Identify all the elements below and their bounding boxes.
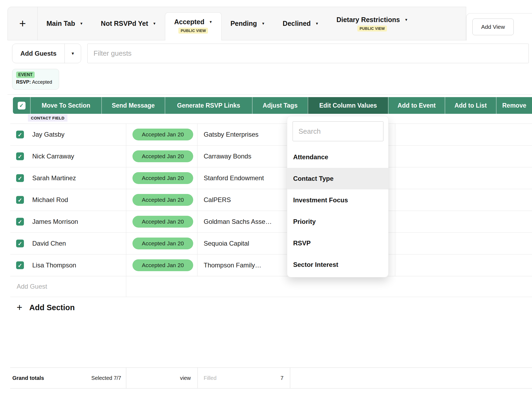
column-divider <box>290 368 290 388</box>
plus-icon: + <box>19 17 26 30</box>
table-row[interactable]: ✓ Jay Gatsby Accepted Jan 20 Gatsby Ente… <box>10 123 532 145</box>
chevron-down-icon: ▼ <box>80 22 83 26</box>
rsvp-status-badge: Accepted Jan 20 <box>132 238 193 249</box>
add-guests-split-button: Add Guests ▼ <box>12 44 81 63</box>
menu-item-rsvp[interactable]: RSVP <box>287 232 388 254</box>
table-row[interactable]: ✓ James Morrison Accepted Jan 20 Goldman… <box>10 211 532 232</box>
row-checkbox[interactable]: ✓ <box>16 261 24 269</box>
guest-name: James Morrison <box>32 218 78 225</box>
view-tab-bar: + Main Tab ▼ Not RSVPd Yet ▼ Accepted ▼ … <box>8 7 466 40</box>
event-tag: EVENT <box>16 72 35 78</box>
rsvp-status-badge: Accepted Jan 20 <box>132 259 193 271</box>
add-view-button[interactable]: Add View <box>472 19 514 35</box>
guest-company: Thompson Family… <box>204 261 261 269</box>
tab-main-tab[interactable]: Main Tab ▼ <box>38 7 92 40</box>
add-guests-button[interactable]: Add Guests <box>12 44 65 63</box>
adjust-tags-button[interactable]: Adjust Tags <box>252 97 308 114</box>
tab-not-rsvpd-yet[interactable]: Not RSVPd Yet ▼ <box>92 7 165 40</box>
filled-count: 7 <box>252 368 283 388</box>
selected-count: Selected 7/7 <box>10 368 121 388</box>
add-to-event-button[interactable]: Add to Event <box>388 97 445 114</box>
row-checkbox[interactable]: ✓ <box>16 240 24 247</box>
filled-label: Filled <box>204 368 217 388</box>
bulk-actions-toolbar: ✓ Move To Section Send Message Generate … <box>13 97 532 114</box>
add-view-panel: Add View <box>466 13 532 41</box>
add-guest-row[interactable]: Add Guest <box>10 276 532 297</box>
add-guest-placeholder: Add Guest <box>17 283 47 290</box>
rsvp-status-badge: Accepted Jan 20 <box>132 172 193 184</box>
table-row[interactable]: ✓ Nick Carraway Accepted Jan 20 Carraway… <box>10 145 532 167</box>
guest-list-page: + Main Tab ▼ Not RSVPd Yet ▼ Accepted ▼ … <box>0 0 532 396</box>
plus-icon: + <box>17 302 22 313</box>
guest-name: Michael Rod <box>32 196 68 204</box>
add-section-label: Add Section <box>29 303 75 312</box>
tab-label: Accepted <box>174 18 204 26</box>
select-all-checkbox[interactable]: ✓ <box>18 102 26 109</box>
guest-company: Gatsby Enterprises <box>204 131 258 138</box>
menu-item-attendance[interactable]: Attendance <box>287 146 388 168</box>
guest-name: Nick Carraway <box>32 153 74 160</box>
tab-dietary-restrictions[interactable]: Dietary Restrictions ▼ PUBLIC VIEW <box>328 7 417 40</box>
table-row[interactable]: ✓ David Chen Accepted Jan 20 Sequoia Cap… <box>10 232 532 254</box>
column-picker-dropdown: Attendance Contact Type Investment Focus… <box>287 116 389 277</box>
menu-item-contact-type[interactable]: Contact Type <box>287 168 388 189</box>
public-view-badge: PUBLIC VIEW <box>357 26 387 31</box>
check-icon: ✓ <box>18 197 22 203</box>
chevron-down-icon: ▼ <box>153 22 156 26</box>
menu-item-sector-interest[interactable]: Sector Interest <box>287 254 388 275</box>
guest-name: David Chen <box>32 240 66 247</box>
add-section-button[interactable]: + Add Section <box>17 300 75 315</box>
tab-declined[interactable]: Declined ▼ <box>274 7 328 40</box>
edit-column-values-button[interactable]: Edit Column Values <box>308 97 388 114</box>
guest-company: Carraway Bonds <box>204 153 251 160</box>
guest-name: Jay Gatsby <box>32 131 64 138</box>
row-checkbox[interactable]: ✓ <box>16 131 24 139</box>
contact-field-label: CONTACT FIELD <box>28 114 67 122</box>
column-divider <box>197 368 198 388</box>
guest-company: CalPERS <box>204 196 231 204</box>
column-search-input[interactable] <box>293 121 383 141</box>
rsvp-status-badge: Accepted Jan 20 <box>132 216 193 228</box>
chevron-down-icon: ▼ <box>315 22 319 26</box>
rsvp-status-badge: Accepted Jan 20 <box>132 194 193 206</box>
add-guests-dropdown-button[interactable]: ▼ <box>65 44 81 63</box>
menu-item-investment-focus[interactable]: Investment Focus <box>287 189 388 211</box>
send-message-button[interactable]: Send Message <box>101 97 165 114</box>
tab-pending[interactable]: Pending ▼ <box>222 7 274 40</box>
chip-field-value: Accepted <box>32 79 52 85</box>
check-icon: ✓ <box>18 153 22 160</box>
grand-totals-row: Grand totals Selected 7/7 view Filled 7 <box>10 367 532 388</box>
check-icon: ✓ <box>19 102 24 109</box>
tab-label: Pending <box>231 20 257 27</box>
chevron-down-icon: ▼ <box>404 18 408 22</box>
guest-name: Sarah Martinez <box>32 174 76 182</box>
rsvp-status-badge: Accepted Jan 20 <box>132 129 193 140</box>
generate-rsvp-links-button[interactable]: Generate RSVP Links <box>165 97 252 114</box>
tab-accepted-active[interactable]: Accepted ▼ PUBLIC VIEW <box>165 12 221 40</box>
tab-label: Main Tab <box>46 20 75 27</box>
row-checkbox[interactable]: ✓ <box>16 218 24 226</box>
row-checkbox[interactable]: ✓ <box>16 174 24 182</box>
rsvp-filter-chip[interactable]: EVENT RSVP: Accepted <box>12 69 59 90</box>
check-icon: ✓ <box>18 175 22 181</box>
table-row[interactable]: ✓ Michael Rod Accepted Jan 20 CalPERS <box>10 189 532 211</box>
view-total[interactable]: view <box>131 368 191 388</box>
remove-button[interactable]: Remove <box>496 97 532 114</box>
chevron-down-icon: ▼ <box>209 20 213 24</box>
column-divider <box>126 368 126 388</box>
move-to-section-button[interactable]: Move To Section <box>30 97 101 114</box>
rsvp-status-badge: Accepted Jan 20 <box>132 150 193 162</box>
table-row[interactable]: ✓ Lisa Thompson Accepted Jan 20 Thompson… <box>10 254 532 276</box>
add-to-list-button[interactable]: Add to List <box>445 97 496 114</box>
filter-guests-input[interactable] <box>87 44 529 63</box>
row-checkbox[interactable]: ✓ <box>16 153 24 160</box>
guest-company: Stanford Endowment <box>204 174 264 182</box>
table-row[interactable]: ✓ Sarah Martinez Accepted Jan 20 Stanfor… <box>10 167 532 189</box>
menu-item-priority[interactable]: Priority <box>287 211 388 232</box>
guest-name: Lisa Thompson <box>32 261 76 269</box>
add-tab-button[interactable]: + <box>8 7 38 40</box>
guest-company: Goldman Sachs Asse… <box>204 218 272 225</box>
section-divider <box>8 94 532 95</box>
row-checkbox[interactable]: ✓ <box>16 196 24 204</box>
check-icon: ✓ <box>18 131 22 138</box>
